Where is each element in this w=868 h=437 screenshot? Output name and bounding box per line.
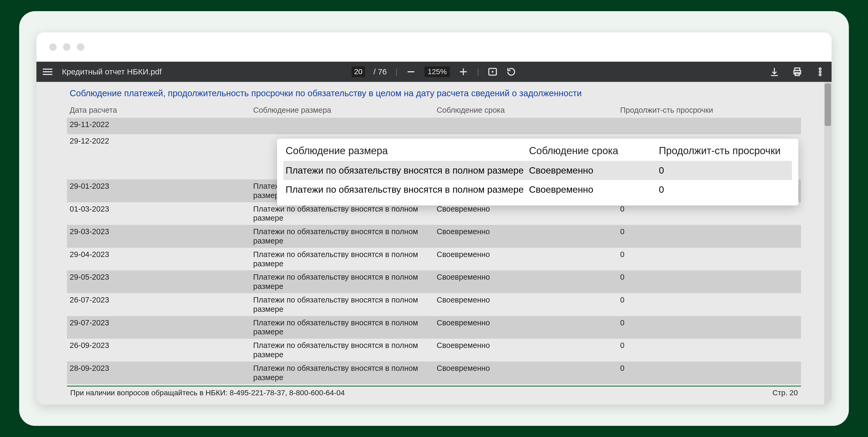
- table-row: 29-07-2023Платежи по обязательству внося…: [67, 316, 801, 339]
- menu-icon[interactable]: [43, 67, 52, 76]
- stage: Кредитный отчет НБКИ.pdf / 76 | 125% |: [19, 11, 849, 426]
- cell-compliance: [250, 118, 434, 134]
- table-row: 29-11-2022: [67, 118, 801, 134]
- cell-compliance: Платежи по обязательству вносятся в полн…: [250, 316, 434, 339]
- cell-compliance: Платежи по обязательству вносятся в полн…: [250, 225, 434, 248]
- cell-compliance: Платежи по обязательству вносятся в полн…: [250, 362, 434, 384]
- cell-compliance: Платежи по обязательству вносятся в полн…: [250, 293, 434, 316]
- col-header-duration: Продолжит-сть просрочки: [618, 103, 801, 118]
- col-header-term: Соблюдение срока: [434, 103, 618, 118]
- cell-date: 01-03-2023: [67, 202, 250, 225]
- svg-point-12: [819, 74, 821, 76]
- svg-point-10: [819, 68, 821, 70]
- cell-duration: [618, 118, 801, 134]
- cell-term: Своевременно: [434, 339, 618, 362]
- cell-compliance: Платежи по обязательству вносятся в полн…: [250, 202, 434, 225]
- cell-duration: 0: [618, 316, 801, 339]
- footer-contact: При наличии вопросов обращайтесь в НБКИ:…: [70, 388, 345, 397]
- tooltip-popover: Соблюдение размера Соблюдение срока Прод…: [277, 139, 798, 206]
- popover-cell-term: Своевременно: [527, 161, 657, 180]
- cell-date: 26-09-2023: [67, 339, 250, 362]
- page-total: / 76: [373, 67, 387, 76]
- table-row: 29-05-2023Платежи по обязательству внося…: [67, 270, 801, 293]
- footer-page: Стр. 20: [773, 388, 798, 397]
- window-minimize-dot[interactable]: [63, 43, 70, 51]
- popover-row: Платежи по обязательству вносятся в полн…: [283, 180, 792, 199]
- zoom-level[interactable]: 125%: [425, 66, 450, 77]
- cell-duration: 0: [618, 202, 801, 225]
- popover-cell-compliance: Платежи по обязательству вносятся в полн…: [283, 161, 527, 180]
- table-row: 26-09-2023Платежи по обязательству внося…: [67, 339, 801, 362]
- cell-term: Своевременно: [434, 270, 618, 293]
- cell-compliance: Платежи по обязательству вносятся в полн…: [250, 248, 434, 271]
- scrollbar[interactable]: [824, 82, 832, 405]
- cell-term: Своевременно: [434, 362, 618, 384]
- cell-date: 29-07-2023: [67, 316, 250, 339]
- cell-term: Своевременно: [434, 225, 618, 248]
- col-header-date: Дата расчета: [67, 103, 250, 118]
- zoom-out-icon[interactable]: [406, 67, 416, 77]
- popover-header-duration: Продолжит-сть просрочки: [657, 143, 792, 161]
- page-footer: При наличии вопросов обращайтесь в НБКИ:…: [67, 386, 801, 397]
- cell-date: 28-09-2023: [67, 362, 250, 384]
- popover-cell-term: Своевременно: [527, 180, 657, 199]
- svg-point-11: [819, 71, 821, 73]
- cell-duration: 0: [618, 293, 801, 316]
- table-row: 29-04-2023Платежи по обязательству внося…: [67, 248, 801, 271]
- cell-term: Своевременно: [434, 202, 618, 225]
- cell-term: Своевременно: [434, 248, 618, 271]
- window-close-dot[interactable]: [49, 43, 57, 51]
- window-zoom-dot[interactable]: [77, 43, 84, 51]
- rotate-icon[interactable]: [506, 67, 517, 77]
- cell-duration: 0: [618, 225, 801, 248]
- scrollbar-thumb[interactable]: [825, 84, 831, 126]
- pdf-viewer[interactable]: Соблюдение платежей, продолжительность п…: [36, 82, 832, 405]
- table-row: 28-09-2023Платежи по обязательству внося…: [67, 362, 801, 384]
- cell-date: 29-12-2022: [67, 134, 250, 180]
- col-header-compliance: Соблюдение размера: [250, 103, 434, 118]
- browser-window: Кредитный отчет НБКИ.pdf / 76 | 125% |: [36, 32, 832, 405]
- cell-date: 29-03-2023: [67, 225, 250, 248]
- cell-duration: 0: [618, 362, 801, 384]
- popover-header-compliance: Соблюдение размера: [283, 143, 527, 161]
- cell-date: 29-01-2023: [67, 180, 250, 202]
- fit-page-icon[interactable]: [488, 67, 498, 77]
- cell-duration: 0: [618, 339, 801, 362]
- page-number-input[interactable]: [351, 66, 365, 77]
- print-icon[interactable]: [792, 67, 802, 77]
- window-titlebar: [36, 32, 832, 62]
- cell-compliance: Платежи по обязательству вносятся в полн…: [250, 339, 434, 362]
- cell-compliance: Платежи по обязательству вносятся в полн…: [250, 270, 434, 293]
- section-title: Соблюдение платежей, продолжительность п…: [67, 88, 801, 103]
- cell-term: Своевременно: [434, 293, 618, 316]
- table-row: 29-03-2023Платежи по обязательству внося…: [67, 225, 801, 248]
- cell-date: 29-05-2023: [67, 270, 250, 293]
- cell-term: [434, 118, 618, 134]
- cell-duration: 0: [618, 270, 801, 293]
- cell-date: 26-07-2023: [67, 293, 250, 316]
- cell-term: Своевременно: [434, 316, 618, 339]
- popover-row: Платежи по обязательству вносятся в полн…: [283, 161, 792, 180]
- cell-date: 29-04-2023: [67, 248, 250, 271]
- popover-cell-duration: 0: [657, 161, 792, 180]
- popover-cell-duration: 0: [657, 180, 792, 199]
- cell-duration: 0: [618, 248, 801, 271]
- more-icon[interactable]: [815, 67, 825, 77]
- download-icon[interactable]: [769, 67, 779, 77]
- zoom-in-icon[interactable]: [459, 67, 469, 77]
- table-row: 01-03-2023Платежи по обязательству внося…: [67, 202, 801, 225]
- table-row: 26-07-2023Платежи по обязательству внося…: [67, 293, 801, 316]
- popover-cell-compliance: Платежи по обязательству вносятся в полн…: [283, 180, 527, 199]
- pdf-page: Соблюдение платежей, продолжительность п…: [67, 82, 801, 405]
- document-title: Кредитный отчет НБКИ.pdf: [62, 67, 162, 76]
- popover-header-term: Соблюдение срока: [527, 143, 657, 161]
- cell-date: 29-11-2022: [67, 118, 250, 134]
- pdf-toolbar: Кредитный отчет НБКИ.pdf / 76 | 125% |: [36, 62, 832, 82]
